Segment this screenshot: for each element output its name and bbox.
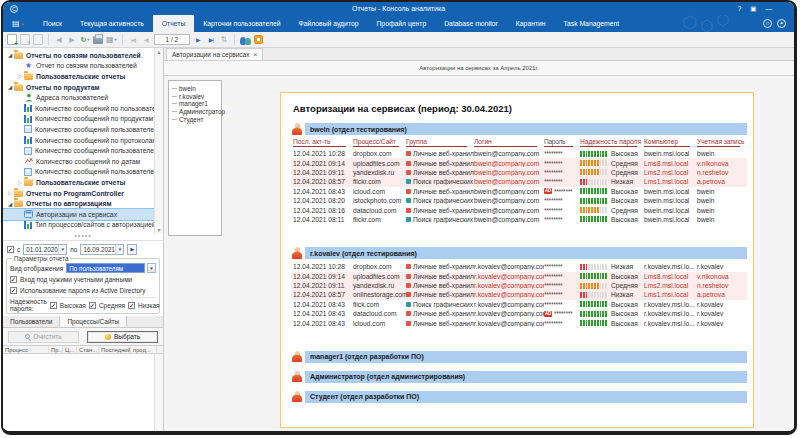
pane-splitter[interactable]: •••••: [3, 234, 163, 241]
new-report-icon[interactable]: +: [7, 34, 17, 45]
strength-высокая-checkbox[interactable]: ✓: [50, 302, 57, 309]
date-to-input[interactable]: 16.09.2021▼: [80, 244, 124, 255]
tree-item-количество-сообщений-по-датам[interactable]: Количество сообщений по датам: [3, 156, 163, 167]
last-page-icon[interactable]: ▶|: [206, 34, 216, 46]
user-icon: [292, 371, 302, 383]
edit-report-icon[interactable]: ✎: [20, 34, 30, 45]
date-filter-checkbox[interactable]: ✓: [7, 246, 14, 253]
section-user-bar[interactable]: Студент (отдел разработки ПО): [305, 391, 747, 403]
expand-arrow-icon[interactable]: ▷: [16, 179, 24, 185]
grid-column-0[interactable]: Процесс: [3, 346, 49, 353]
tree-item-отчет-по-связям-пользователей[interactable]: Отчет по связям пользователей: [3, 61, 163, 72]
grid-scrollbar[interactable]: [154, 354, 163, 431]
expand-arrow-icon[interactable]: ▷: [16, 73, 24, 79]
sort-icon[interactable]: ⇅: [219, 34, 229, 46]
minimize-button[interactable]: —: [766, 5, 773, 13]
user-list-item[interactable]: Администратор: [172, 108, 221, 116]
strength-низкая-checkbox[interactable]: ✓: [128, 302, 135, 309]
close-icon[interactable]: ×: [254, 51, 258, 58]
tree-item-пользовательские-отчеты[interactable]: ▷Пользовательские отчеты: [3, 71, 163, 82]
tab-процессы-сайты[interactable]: Процессы/Сайты: [60, 316, 127, 327]
user-list-item[interactable]: r.kovalev: [172, 93, 221, 101]
toolbar-separator: [234, 34, 235, 45]
tree-item-количество-сообщений-пользователей-по-да[interactable]: Количество сообщений пользователей по да…: [3, 167, 163, 178]
export-icon[interactable]: ↻▾: [80, 34, 90, 46]
user-icon: [292, 391, 302, 403]
print-icon[interactable]: [93, 34, 103, 46]
tree-item-количество-сообщений-по-пользователям[interactable]: Количество сообщений по пользователям: [3, 103, 163, 114]
grid-column-3[interactable]: Стан...: [77, 346, 99, 353]
help-button[interactable]: ?: [738, 5, 742, 13]
foreign-credentials-checkbox[interactable]: ✓: [10, 276, 17, 283]
grid-column-5[interactable]: прод...: [131, 346, 157, 353]
ribbon-tab-текущая-активность[interactable]: Текущая активность: [71, 15, 153, 32]
strength-средняя-checkbox[interactable]: ✓: [89, 302, 96, 309]
report-settings-icon[interactable]: [254, 34, 264, 46]
tree-item-количество-сообщений-по-продуктам[interactable]: Количество сообщений по продуктам: [3, 114, 163, 125]
expand-arrow-icon[interactable]: ▷: [6, 190, 14, 196]
ribbon-tab-поиск[interactable]: Поиск: [34, 15, 71, 32]
clear-button[interactable]: Очистить: [8, 331, 79, 343]
tree-item-авторизации-на-сервисах[interactable]: Авторизации на сервисах: [3, 209, 163, 220]
collapse-arrow-icon[interactable]: ◢: [6, 201, 14, 207]
last-activity-cell: 12.04.2021 09:14: [293, 273, 353, 280]
tree-item-отчеты-по-продуктам[interactable]: ◢Отчеты по продуктам: [3, 82, 163, 93]
forward-icon[interactable]: ▶: [67, 34, 77, 46]
collapse-arrow-icon[interactable]: ◢: [6, 84, 14, 90]
grid-column-2[interactable]: Ц...: [63, 346, 77, 353]
date-from-input[interactable]: 01.01.2020▼: [23, 244, 67, 255]
users-icon[interactable]: [240, 34, 251, 46]
grid-column-4[interactable]: Последний...: [99, 346, 131, 353]
page-indicator[interactable]: 1 / 2: [154, 34, 190, 45]
tree-item-количество-сообщений-по-протоколам[interactable]: Количество сообщений по протоколам: [3, 135, 163, 146]
tree-item-количество-сообщений-пользователей-по-пр[interactable]: Количество сообщений пользователей по пр…: [3, 124, 163, 135]
ribbon-tab-файловый-аудитор[interactable]: Файловый аудитор: [290, 15, 368, 32]
report-period-header: Авторизации на сервисах за Апрель 2021г.: [164, 61, 794, 76]
tree-item-отчеты-по-авторизациям[interactable]: ◢Отчеты по авторизациям: [3, 198, 163, 209]
tree-item-отчеты-по-programcontroller[interactable]: ▷Отчеты по ProgramController: [3, 188, 163, 199]
document-tab[interactable]: Авторизации на сервисах ×: [166, 48, 263, 60]
section-user-bar[interactable]: manager1 (отдел разработки ПО): [305, 351, 747, 363]
view-mode-select[interactable]: По пользователям: [66, 263, 145, 273]
collapse-arrow-icon[interactable]: ◢: [6, 52, 14, 58]
chevron-down-icon[interactable]: ▼: [147, 263, 156, 273]
delete-report-icon[interactable]: [33, 34, 43, 45]
tree-scrollbar[interactable]: ▲▼: [154, 48, 163, 234]
section-user-bar[interactable]: bwein (отдел тестирования): [305, 123, 747, 135]
tree-item-количество-сообщений-пользователей-по-пр[interactable]: Количество сообщений пользователей по пр…: [3, 145, 163, 156]
sidebar-tabs: ПользователиПроцессы/Сайты: [3, 316, 163, 328]
user-list-item[interactable]: Студент: [172, 115, 221, 123]
grid-column-1[interactable]: Пр...: [49, 346, 63, 353]
user-list-item[interactable]: manager1: [172, 100, 221, 108]
tab-пользователи[interactable]: Пользователи: [3, 316, 60, 327]
menu-button[interactable]: ▤▾: [3, 15, 34, 32]
ad-password-checkbox[interactable]: ✓: [10, 287, 17, 294]
first-page-icon[interactable]: |◀: [128, 34, 138, 46]
password-cell: ********: [544, 291, 580, 298]
chevron-down-icon[interactable]: ▼: [115, 245, 123, 254]
tree-item-адреса-пользователей[interactable]: Адреса пользователей: [3, 92, 163, 103]
prev-page-icon[interactable]: ◀: [141, 34, 151, 46]
back-icon[interactable]: ◀: [54, 34, 64, 46]
tree-item-отчеты-по-связям-пользователей[interactable]: ◢Отчеты по связям пользователей: [3, 50, 163, 61]
ribbon-tab-карантин[interactable]: Карантин: [507, 15, 555, 32]
layout-icon[interactable]: ▦▾: [106, 34, 117, 46]
tree-item-пользовательские-отчеты[interactable]: ▷Пользовательские отчеты: [3, 177, 163, 188]
ribbon-tab-database-monitor[interactable]: Database monitor: [435, 15, 507, 32]
maximize-button[interactable]: ▣: [750, 5, 756, 13]
tree-item-тип-процессов-сайтов-с-авторизацией[interactable]: Тип процессов/сайтов с авторизацией: [3, 220, 163, 231]
group-color-icon: [406, 274, 411, 279]
chevron-down-icon[interactable]: ▼: [58, 245, 66, 254]
user-list-item[interactable]: bwein: [172, 85, 221, 93]
select-button[interactable]: Выбрать: [87, 331, 158, 343]
next-page-icon[interactable]: ▶: [193, 34, 203, 46]
date-apply-button[interactable]: ▶: [127, 244, 137, 255]
section-user-bar[interactable]: r.kovalev (отдел тестирования): [305, 247, 747, 259]
ribbon-tab-карточки-пользователей[interactable]: Карточки пользователей: [194, 15, 289, 32]
feedback-icon[interactable]: ☺: [763, 19, 772, 28]
ribbon-tab-отчеты[interactable]: Отчеты: [153, 15, 195, 32]
section-user-bar[interactable]: Администратор (отдел администрирования): [305, 371, 747, 383]
ribbon-tab-профайл-центр[interactable]: Профайл центр: [367, 15, 435, 32]
account-cell: v.nikonova: [697, 160, 747, 167]
settings-circle-icon[interactable]: ✦: [777, 19, 786, 28]
